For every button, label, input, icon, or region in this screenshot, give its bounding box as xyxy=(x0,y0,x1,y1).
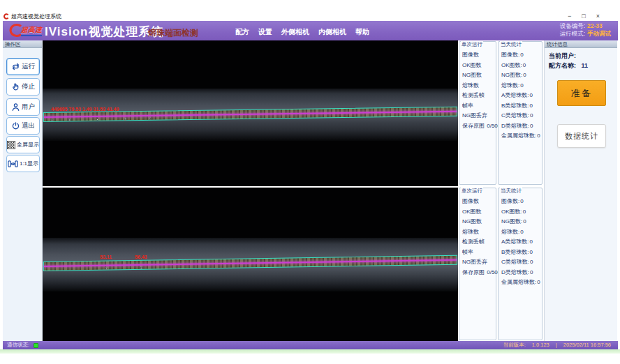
device-number-label: 设备编号: xyxy=(560,22,585,29)
stat-row: OK图数:0 xyxy=(499,207,542,218)
stat-row: 熔珠数:0 xyxy=(499,81,542,91)
stat-row: 熔珠数:0 xyxy=(499,227,542,238)
brand-name: 超高速 xyxy=(21,25,42,36)
stat-row: 熔珠数 xyxy=(459,81,496,91)
stat-row: 金属屑熔珠数:0 xyxy=(499,278,542,288)
run-cycle-icon xyxy=(11,62,20,71)
stat-row: 帧率 xyxy=(459,248,496,258)
current-user-label: 当前用户: xyxy=(549,52,576,59)
stat-row: NG图数:0 xyxy=(499,70,542,81)
stop-button-label: 停止 xyxy=(22,82,35,91)
stat-row: NG图丢弃 xyxy=(459,111,496,121)
recipe-name-label: 配方名称: xyxy=(549,62,576,69)
fullscreen-button-label: 全屏显示 xyxy=(17,141,39,149)
stat-row: B类熔珠数:0 xyxy=(499,248,542,258)
camera2-defect-mark xyxy=(140,267,142,269)
prepare-button[interactable]: 准备 xyxy=(557,80,606,106)
status-separator: | xyxy=(556,342,557,349)
camera2-measurement-annotation: 56.43 xyxy=(135,255,147,259)
fullscreen-grid-icon xyxy=(7,141,15,149)
single-run-stats-camera2: 单次运行 图像数 OK图数 NG图数 熔珠数 检测丢帧 帧率 NG图丢弃 保存原… xyxy=(459,188,496,340)
single-run-stats-camera1: 单次运行 图像数 OK图数 NG图数 熔珠数 检测丢帧 帧率 NG图丢弃 保存原… xyxy=(459,41,496,185)
camera2-defect-mark xyxy=(105,268,108,270)
brand-logo: 超高速 xyxy=(7,23,42,38)
app-logo-icon xyxy=(3,13,9,20)
stat-row: 图像数:0 xyxy=(499,197,542,207)
menu-item-inner-camera[interactable]: 内侧相机 xyxy=(318,27,346,37)
recipe-name-row: 配方名称: 11 xyxy=(549,61,588,70)
run-button[interactable]: 运行 xyxy=(6,58,40,75)
sidebar-title: 操作区 xyxy=(3,40,42,48)
device-info: 设备编号:22-33 运行模式:手动调试 xyxy=(560,22,611,38)
stat-row-save: 保存原图 0/500 xyxy=(459,121,496,132)
stat-row: NG图丢弃 xyxy=(459,257,496,268)
stat-row: A类熔珠数:0 xyxy=(499,237,542,248)
user-button-label: 用户 xyxy=(22,103,35,112)
stat-row: 熔珠数 xyxy=(459,227,496,238)
app-header: 超高速 IVision视觉处理系统 熔珠端面检测 配方 设置 外侧相机 内侧相机… xyxy=(3,21,618,40)
stat-row: 金属屑熔珠数:0 xyxy=(499,131,542,142)
inner-camera-view[interactable]: 53.11 56.43 xyxy=(43,188,458,341)
stat-row: D类熔珠数:0 xyxy=(499,268,542,278)
maximize-button[interactable]: □ xyxy=(582,12,585,21)
stat-row: NG图数 xyxy=(459,70,496,81)
sidebar-operations: 操作区 运行 停止 用户 退出 xyxy=(3,40,43,341)
stat-row: OK图数 xyxy=(459,207,496,218)
outer-camera-view[interactable]: 449685 79.53 1.49 31.53 41.49 xyxy=(43,40,458,186)
stat-row: 帧率 xyxy=(459,101,496,112)
version-datetime: 当前版本: 1.0.123 | 2025/02/11 16:57:56 xyxy=(503,342,611,349)
daily-stats-camera1: 当天统计 图像数:0 OK图数:0 NG图数:0 熔珠数:0 A类熔珠数:0 B… xyxy=(498,41,542,185)
menu-item-outer-camera[interactable]: 外侧相机 xyxy=(281,27,309,37)
stop-button[interactable]: 停止 xyxy=(6,78,40,96)
stat-row-save: 保存原图 0/500 xyxy=(459,268,496,278)
stat-row: 图像数 xyxy=(459,197,496,207)
save-label: 保存原图 xyxy=(462,269,485,275)
stat-row: C类熔珠数:0 xyxy=(499,257,542,268)
save-label: 保存原图 xyxy=(462,123,485,129)
exit-button-label: 退出 xyxy=(22,121,35,130)
one-to-one-button[interactable]: 1:1显示 xyxy=(6,155,40,172)
power-icon xyxy=(11,121,20,130)
camera1-defect-mark xyxy=(149,118,151,120)
stat-row: OK图数 xyxy=(459,61,496,71)
version-value: 1.0.123 xyxy=(532,342,549,349)
one-to-one-icon xyxy=(8,160,18,168)
stat-row: D类熔珠数:0 xyxy=(499,121,542,132)
stat-row: OK图数:0 xyxy=(499,61,542,71)
status-bar: 通信状态: 当前版本: 1.0.123 | 2025/02/11 16:57:5… xyxy=(3,341,618,349)
camera1-defect-mark xyxy=(124,118,126,120)
user-icon xyxy=(11,103,20,112)
stop-hand-icon xyxy=(11,82,20,91)
group-title: 单次运行 xyxy=(461,188,483,194)
camera1-defect-mark xyxy=(68,119,71,121)
menu-item-settings[interactable]: 设置 xyxy=(258,27,272,37)
minimize-button[interactable]: − xyxy=(568,12,571,21)
camera1-defect-mark xyxy=(96,119,98,121)
group-title: 单次运行 xyxy=(461,41,483,47)
menu-item-recipe[interactable]: 配方 xyxy=(235,27,249,37)
user-button[interactable]: 用户 xyxy=(6,98,40,116)
comm-status-label: 通信状态: xyxy=(7,342,29,349)
current-user-row: 当前用户: xyxy=(549,52,576,61)
exit-button[interactable]: 退出 xyxy=(6,117,40,135)
data-statistics-button[interactable]: 数据统计 xyxy=(557,124,606,148)
group-title: 当天统计 xyxy=(500,41,522,47)
camera1-seam-line xyxy=(44,111,457,118)
menu-item-help[interactable]: 帮助 xyxy=(355,27,369,37)
stat-row: 图像数:0 xyxy=(499,50,542,61)
run-button-label: 运行 xyxy=(22,62,35,71)
close-button[interactable]: × xyxy=(596,12,600,21)
comm-status-indicator xyxy=(34,343,38,348)
page-subtitle: 熔珠端面检测 xyxy=(148,27,198,39)
statistics-info-panel: 统计信息 当前用户: 配方名称: 11 准备 数据统计 xyxy=(544,40,617,341)
fullscreen-button[interactable]: 全屏显示 xyxy=(6,136,40,153)
stat-row: NG图数 xyxy=(459,217,496,227)
info-panel-title: 统计信息 xyxy=(545,40,617,48)
page-title: IVision视觉处理系统 xyxy=(45,24,163,40)
group-title: 当天统计 xyxy=(500,188,522,194)
status-datetime: 2025/02/11 16:57:56 xyxy=(563,342,611,349)
window-titlebar: 超高速视觉处理系统 − □ × xyxy=(3,12,618,21)
recipe-name-value: 11 xyxy=(582,62,589,69)
main-menu: 配方 设置 外侧相机 内侧相机 帮助 xyxy=(235,27,369,37)
stat-row: NG图数:0 xyxy=(499,217,542,227)
